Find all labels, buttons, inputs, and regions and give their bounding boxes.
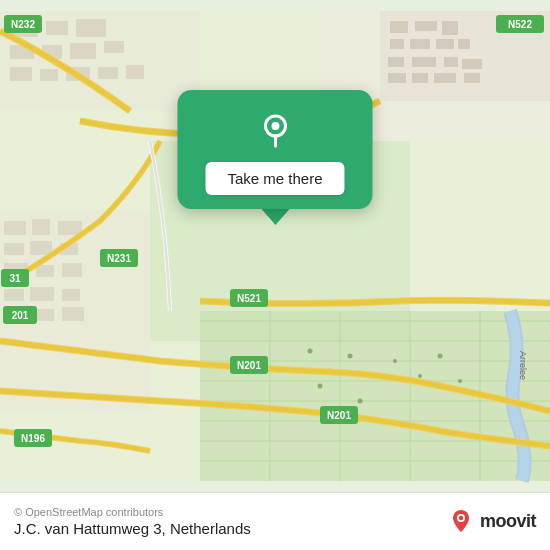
- svg-text:N196: N196: [21, 433, 45, 444]
- attribution-text: © OpenStreetMap contributors: [14, 506, 251, 518]
- svg-rect-21: [76, 19, 106, 37]
- svg-rect-35: [4, 243, 24, 255]
- svg-rect-4: [415, 21, 437, 31]
- svg-point-92: [271, 122, 279, 130]
- svg-rect-42: [30, 287, 54, 301]
- svg-rect-6: [390, 39, 404, 49]
- moovit-pin-icon: [447, 508, 475, 536]
- svg-text:31: 31: [9, 273, 21, 284]
- svg-rect-30: [126, 65, 144, 79]
- svg-point-68: [438, 354, 443, 359]
- svg-rect-43: [62, 289, 80, 301]
- map-area: N232 N231 N231 N521 N201 N201 N196 201: [0, 0, 550, 492]
- svg-rect-8: [436, 39, 454, 49]
- svg-rect-33: [32, 219, 50, 235]
- svg-point-65: [358, 399, 363, 404]
- svg-rect-29: [98, 67, 118, 79]
- svg-rect-3: [390, 21, 408, 33]
- svg-text:201: 201: [12, 310, 29, 321]
- take-me-there-button[interactable]: Take me there: [205, 162, 344, 195]
- svg-point-66: [393, 359, 397, 363]
- location-pin-icon: [253, 108, 297, 152]
- page-container: N232 N231 N231 N521 N201 N201 N196 201: [0, 0, 550, 550]
- svg-text:Arrelee: Arrelee: [518, 351, 528, 380]
- svg-rect-14: [388, 73, 406, 83]
- map-background: N232 N231 N231 N521 N201 N201 N196 201: [0, 0, 550, 492]
- map-popup: Take me there: [177, 90, 372, 225]
- svg-point-69: [458, 379, 462, 383]
- svg-rect-25: [104, 41, 124, 53]
- svg-point-94: [459, 515, 463, 519]
- svg-rect-20: [46, 21, 68, 35]
- svg-rect-5: [442, 21, 458, 35]
- svg-rect-7: [410, 39, 430, 49]
- svg-rect-16: [434, 73, 456, 83]
- svg-rect-27: [40, 69, 58, 81]
- svg-rect-26: [10, 67, 32, 81]
- svg-point-61: [308, 349, 313, 354]
- moovit-logo: moovit: [447, 508, 536, 536]
- svg-rect-41: [4, 289, 24, 301]
- bottom-bar: © OpenStreetMap contributors J.C. van Ha…: [0, 492, 550, 550]
- svg-point-63: [348, 354, 353, 359]
- svg-text:N232: N232: [11, 19, 35, 30]
- moovit-brand-text: moovit: [480, 511, 536, 532]
- svg-rect-17: [464, 73, 480, 83]
- svg-rect-34: [58, 221, 82, 235]
- svg-rect-12: [444, 57, 458, 67]
- svg-rect-40: [62, 263, 82, 277]
- svg-point-64: [318, 384, 323, 389]
- svg-text:N201: N201: [327, 410, 351, 421]
- svg-rect-46: [62, 307, 84, 321]
- svg-rect-15: [412, 73, 428, 83]
- svg-text:N201: N201: [237, 360, 261, 371]
- popup-bubble: Take me there: [177, 90, 372, 209]
- svg-rect-32: [4, 221, 26, 235]
- svg-rect-10: [388, 57, 404, 67]
- svg-rect-9: [458, 39, 470, 49]
- svg-point-67: [418, 374, 422, 378]
- svg-rect-24: [70, 43, 96, 59]
- svg-text:N521: N521: [237, 293, 261, 304]
- svg-rect-11: [412, 57, 436, 67]
- svg-rect-13: [462, 59, 482, 69]
- address-text: J.C. van Hattumweg 3, Netherlands: [14, 520, 251, 537]
- svg-text:N231: N231: [107, 253, 131, 264]
- popup-tail: [261, 209, 289, 225]
- svg-text:N522: N522: [508, 19, 532, 30]
- svg-rect-36: [30, 241, 52, 255]
